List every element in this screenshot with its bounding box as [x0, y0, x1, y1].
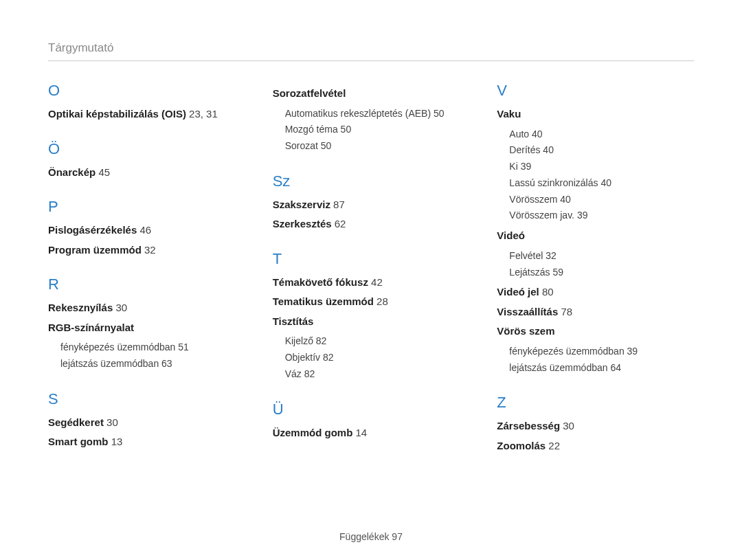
- index-entry: Videó: [497, 228, 694, 244]
- subentry-term: Vörösszem jav.: [509, 210, 574, 221]
- subentry-term: lejátszás üzemmódban: [60, 358, 159, 369]
- index-entry: Önarckép 45: [48, 165, 245, 181]
- index-entry: Smart gomb 13: [48, 434, 245, 450]
- index-entry: Üzemmód gomb 14: [273, 425, 470, 441]
- index-entry: Zársebesség 30: [497, 418, 694, 434]
- index-subentry: Derítés 40: [509, 142, 694, 159]
- entry-term: Smart gomb: [48, 436, 109, 447]
- index-letter: S: [48, 390, 245, 408]
- entry-term: Zársebesség: [497, 420, 560, 432]
- index-subentry: Objektív 82: [285, 350, 470, 366]
- footer-page: 97: [392, 531, 403, 542]
- subentry-pages: 50: [321, 140, 332, 151]
- index-subentry: Ki 39: [509, 159, 694, 175]
- entry-pages: 78: [561, 306, 572, 317]
- footer-label: Függelékek: [339, 531, 389, 542]
- index-subentry: Automatikus rekeszléptetés (AEB) 50: [285, 106, 470, 122]
- index-subentry: lejátszás üzemmódban 63: [60, 356, 245, 372]
- entry-pages: 62: [335, 218, 346, 229]
- index-subentry: Mozgó téma 50: [285, 122, 470, 138]
- subentry-term: Vörösszem: [509, 194, 557, 205]
- index-column: SorozatfelvételAutomatikus rekeszlépteté…: [273, 82, 470, 458]
- entry-term: Visszaállítás: [497, 306, 558, 317]
- subentry-term: Sorozat: [285, 140, 318, 151]
- subentry-pages: 40: [532, 128, 543, 139]
- index-entry: Program üzemmód 32: [48, 243, 245, 258]
- index-subentry: Vörösszem jav. 39: [509, 208, 694, 224]
- entry-term: Tisztítás: [273, 315, 314, 327]
- entry-pages: 45: [98, 166, 110, 178]
- entry-term: Pislogásérzékelés: [48, 224, 137, 236]
- entry-pages: 46: [139, 224, 151, 236]
- entry-pages: 22: [548, 440, 560, 451]
- entry-pages: 30: [563, 420, 574, 432]
- index-subentry: Vörösszem 40: [509, 192, 694, 208]
- index-columns: OOptikai képstabilizálás (OIS) 23, 31ÖÖn…: [48, 82, 694, 458]
- entry-term: Témakövető fókusz: [273, 276, 368, 288]
- entry-term: Segédkeret: [48, 416, 104, 428]
- entry-term: RGB-színárnyalat: [48, 322, 134, 333]
- subentry-term: Váz: [285, 368, 302, 379]
- subentry-pages: 50: [341, 124, 352, 135]
- index-subentry: lejátszás üzemmódban 64: [509, 360, 694, 377]
- subentry-pages: 39: [577, 210, 588, 221]
- index-entry: Pislogásérzékelés 46: [48, 223, 245, 238]
- index-letter: R: [48, 276, 245, 293]
- entry-term: Sorozatfelvétel: [273, 87, 346, 99]
- subentry-pages: 40: [543, 144, 554, 155]
- subentry-pages: 63: [161, 358, 172, 369]
- subentry-pages: 39: [521, 161, 532, 172]
- index-entry: Zoomolás 22: [497, 438, 694, 454]
- entry-pages: 80: [542, 286, 554, 298]
- index-subentry: fényképezés üzemmódban 39: [509, 344, 694, 360]
- subentry-term: Ki: [509, 161, 517, 172]
- index-letter: Sz: [273, 172, 470, 190]
- index-subentry: Lassú szinkronizálás 40: [509, 175, 694, 192]
- entry-term: Zoomolás: [497, 440, 546, 451]
- index-entry: Segédkeret 30: [48, 415, 245, 431]
- entry-pages: 32: [144, 244, 156, 256]
- entry-term: Rekesznyílás: [48, 302, 113, 313]
- subentry-pages: 32: [546, 250, 556, 261]
- entry-term: Program üzemmód: [48, 244, 142, 256]
- index-subentry: Lejátszás 59: [509, 265, 694, 281]
- subentry-term: fényképezés üzemmódban: [509, 346, 624, 357]
- index-entry: Vaku: [497, 107, 694, 122]
- entry-term: Szerkesztés: [273, 218, 332, 229]
- index-letter: O: [48, 82, 245, 100]
- index-entry: Rekesznyílás 30: [48, 300, 245, 316]
- entry-term: Videó jel: [497, 286, 539, 298]
- subentry-term: Mozgó téma: [285, 124, 338, 135]
- subentry-pages: 82: [316, 335, 327, 346]
- index-entry: Témakövető fókusz 42: [273, 275, 470, 291]
- subentry-pages: 59: [552, 267, 563, 278]
- entry-term: Vaku: [497, 108, 521, 120]
- subentry-term: Auto: [509, 128, 529, 139]
- subentry-pages: 51: [178, 341, 189, 352]
- divider: [48, 60, 694, 61]
- page-footer: Függelékek 97: [0, 531, 742, 542]
- index-subentry: Váz 82: [285, 366, 470, 383]
- index-letter: T: [273, 250, 470, 268]
- index-entry: RGB-színárnyalat: [48, 320, 245, 336]
- subentry-term: Lejátszás: [509, 267, 550, 278]
- index-subentry: Auto 40: [509, 126, 694, 143]
- subentry-pages: 50: [434, 108, 445, 119]
- index-entry: Videó jel 80: [497, 284, 694, 300]
- index-letter: Ü: [273, 401, 470, 418]
- entry-pages: 14: [356, 427, 368, 438]
- index-entry: Optikai képstabilizálás (OIS) 23, 31: [48, 107, 245, 122]
- index-subentry: Kijelző 82: [285, 333, 470, 350]
- subentry-term: lejátszás üzemmódban: [509, 362, 607, 373]
- entry-pages: 13: [111, 436, 123, 447]
- entry-pages: 30: [106, 416, 118, 428]
- index-entry: Sorozatfelvétel: [273, 86, 470, 102]
- entry-pages: 28: [376, 295, 388, 307]
- subentry-pages: 82: [304, 368, 315, 379]
- index-column: OOptikai képstabilizálás (OIS) 23, 31ÖÖn…: [48, 82, 245, 458]
- index-letter: Ö: [48, 140, 245, 158]
- subentry-pages: 64: [610, 362, 621, 373]
- subentry-term: Kijelző: [285, 335, 313, 346]
- entry-term: Videó: [497, 229, 525, 241]
- index-subentry: fényképezés üzemmódban 51: [60, 339, 245, 356]
